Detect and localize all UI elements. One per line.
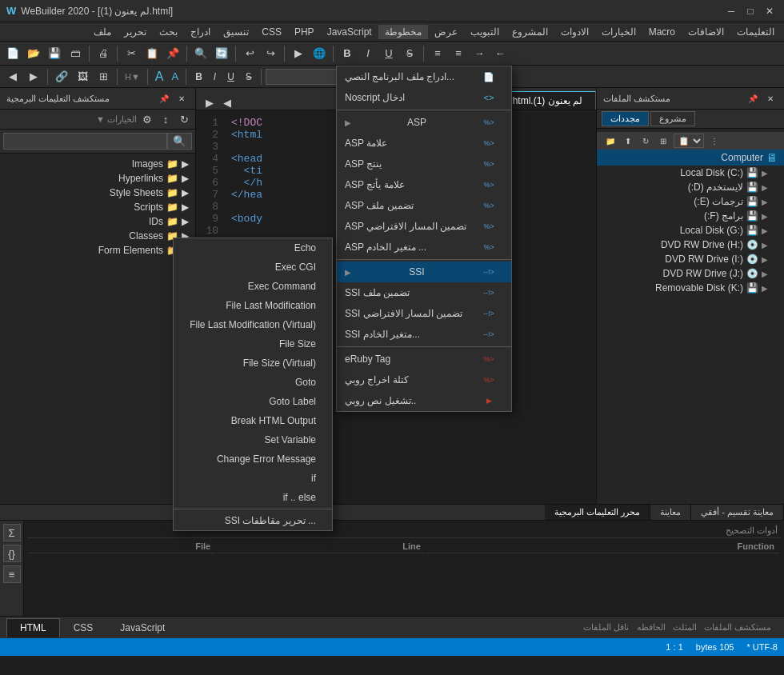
menu-item-css[interactable]: CSS xyxy=(255,25,288,39)
indent-button[interactable]: → xyxy=(470,44,489,63)
menu-item-js[interactable]: JavaScript xyxy=(321,25,378,39)
menu-item-tahreer[interactable]: تحرير xyxy=(118,25,153,39)
menu-item-ard[interactable]: عرض xyxy=(428,25,464,39)
menu-ssi-include-virtual[interactable]: <!-- تضمين المسار الافتراضي SSI xyxy=(337,303,511,324)
table-button[interactable]: ⊞ xyxy=(94,67,113,86)
save-all-button[interactable]: 🗃 xyxy=(66,44,85,63)
outdent-button[interactable]: ← xyxy=(490,44,510,63)
ssi-file-last-mod-virtual[interactable]: File Last Modification (Virtual) xyxy=(174,315,332,334)
tree-search-input[interactable] xyxy=(3,133,167,150)
browser-refresh[interactable]: ↻ xyxy=(638,134,653,148)
tree-search-button[interactable]: 🔍 xyxy=(167,133,192,150)
menu-item-taleemat[interactable]: التعليمات xyxy=(730,25,781,39)
search-button[interactable]: 🔍 xyxy=(191,44,210,63)
prev-tab-button[interactable]: ◀ xyxy=(220,95,234,110)
browser-item-g[interactable]: ▶ 💾 Local Disk (G:) xyxy=(597,223,784,238)
close-button[interactable]: ✕ xyxy=(762,3,778,19)
menu-item-macro[interactable]: Macro xyxy=(642,25,682,39)
browser-new-folder[interactable]: 📁 xyxy=(603,134,618,148)
menu-item-idafat[interactable]: الاضافات xyxy=(682,25,730,39)
menu-item-bahth[interactable]: بحث xyxy=(153,25,184,39)
font-size-up[interactable]: A xyxy=(152,70,167,84)
tree-item-scripts[interactable]: ▶ 📁 Scripts xyxy=(0,200,195,214)
minimize-button[interactable]: ─ xyxy=(723,3,739,19)
image-button[interactable]: 🖼 xyxy=(73,67,92,86)
menu-eruby-tag[interactable]: <% eRuby Tag xyxy=(337,349,511,369)
font-bold[interactable]: B xyxy=(190,71,207,82)
tree-settings-button[interactable]: ⚙ xyxy=(139,111,155,127)
redo-button[interactable]: ↪ xyxy=(261,44,280,63)
back-button[interactable]: ◀ xyxy=(3,67,22,86)
lang-tab-javascript[interactable]: JavaScript xyxy=(106,618,178,637)
font-strike[interactable]: S̶ xyxy=(241,71,257,82)
menu-item-adawat[interactable]: الادوات xyxy=(554,25,595,39)
sort-tree-button[interactable]: ↕ xyxy=(158,111,174,127)
print-button[interactable]: 🖨 xyxy=(94,44,113,63)
align-center[interactable]: ≡ xyxy=(449,44,468,63)
rp-tab-project[interactable]: مشروع xyxy=(650,111,695,126)
align-left[interactable]: ≡ xyxy=(428,44,447,63)
menu-item-khyarat[interactable]: الخيارات xyxy=(595,25,642,39)
underline-button[interactable]: U xyxy=(379,44,398,63)
new-button[interactable]: 📄 xyxy=(3,44,22,63)
open-button[interactable]: 📂 xyxy=(24,44,43,63)
browser-item-i[interactable]: ▶ 💿 DVD RW Drive (I:) xyxy=(597,252,784,266)
ssi-edit-snippets[interactable]: ... تحرير مقاطفات SSI xyxy=(174,511,332,530)
menu-asp-output[interactable]: <% ينتج ASP xyxy=(337,154,511,174)
replace-button[interactable]: 🔄 xyxy=(212,44,231,63)
menu-ruby-output[interactable]: <% كتلة اخراج روبي xyxy=(337,369,511,390)
menu-insert-script-file[interactable]: 📄 ...ادراج ملف البرنامج النصي xyxy=(337,66,511,87)
browser-item-j[interactable]: ▶ 💿 DVD RW Drive (J:) xyxy=(597,266,784,281)
menu-asp-include-file[interactable]: <% تضمين ملف ASP xyxy=(337,195,511,216)
menu-item-php[interactable]: PHP xyxy=(288,25,321,39)
run-button[interactable]: ▶ xyxy=(289,44,308,63)
maximize-button[interactable]: □ xyxy=(742,3,758,19)
font-underline[interactable]: U xyxy=(222,71,239,82)
menu-ssi-include-file[interactable]: <!-- تضمين ملف SSI xyxy=(337,282,511,303)
tree-item-hyperlinks[interactable]: ▶ 📁 Hyperlinks xyxy=(0,171,195,186)
bottom-tab-split[interactable]: معاينة تقسيم - أفقي xyxy=(691,505,784,520)
menu-item-idraj[interactable]: ادراج xyxy=(184,25,217,39)
bottom-tab-code[interactable]: محرر التعليمات البرمجية xyxy=(545,505,650,520)
ssi-set-variable[interactable]: Set Variable xyxy=(174,430,332,449)
ssi-echo[interactable]: Echo xyxy=(174,238,332,258)
menu-item-mashrou[interactable]: المشروع xyxy=(506,25,554,39)
browser-up[interactable]: ⬆ xyxy=(621,134,635,148)
cut-button[interactable]: ✂ xyxy=(122,44,141,63)
bottom-tab-preview[interactable]: معاينة xyxy=(650,505,691,520)
ssi-file-size[interactable]: File Size xyxy=(174,334,332,353)
font-italic[interactable]: I xyxy=(209,71,221,82)
tree-item-classes[interactable]: ▶ 📁 Classes xyxy=(0,229,195,243)
browser-item-c[interactable]: ▶ 💾 Local Disk (C:) xyxy=(597,166,784,180)
ssi-goto[interactable]: Goto xyxy=(174,373,332,392)
ssi-change-error[interactable]: Change Error Message xyxy=(174,449,332,469)
lang-tab-html[interactable]: HTML xyxy=(6,618,60,637)
refresh-tree-button[interactable]: ↻ xyxy=(176,111,192,127)
tool-btn-3[interactable]: ≡ xyxy=(3,565,21,583)
menu-item-tanseeq[interactable]: تنسيق xyxy=(217,25,255,39)
menu-ssi-server-var[interactable]: <!-- ...متغير الخادم SSI xyxy=(337,324,511,345)
tool-btn-2[interactable]: {} xyxy=(3,545,21,562)
menu-asp-include-virtual[interactable]: <% تضمين المسار الافتراضي ASP xyxy=(337,216,511,237)
menu-asp-tag[interactable]: <% علامة ASP xyxy=(337,133,511,154)
ssi-if-else[interactable]: if .. else xyxy=(174,488,332,507)
panel-pin-button[interactable]: 📌 xyxy=(157,91,171,106)
menu-asp-tag2[interactable]: <% علامة يأتج ASP xyxy=(337,174,511,195)
ssi-break-html[interactable]: Break HTML Output xyxy=(174,411,332,430)
bold-button[interactable]: B xyxy=(338,44,357,63)
ssi-file-last-mod[interactable]: File Last Modification xyxy=(174,296,332,315)
forward-button[interactable]: ▶ xyxy=(24,67,43,86)
menu-ssi[interactable]: <!-- SSI ▶ xyxy=(337,262,511,282)
ssi-exec-cgi[interactable]: Exec CGI xyxy=(174,258,332,277)
menu-ruby-run[interactable]: ▶ ..تشغيل نص روبي xyxy=(337,390,511,411)
browser-view-select[interactable]: 📋 xyxy=(674,134,704,148)
menu-insert-noscript[interactable]: <> ادخال Noscript xyxy=(337,87,511,108)
browser-item-f[interactable]: ▶ 💾 برامج (F:) xyxy=(597,209,784,223)
browser-item-computer[interactable]: 🖥 Computer xyxy=(597,150,784,166)
menu-item-file[interactable]: ملف xyxy=(87,25,118,39)
menu-asp[interactable]: <% ASP ▶ xyxy=(337,112,511,133)
tree-item-form-elements[interactable]: ▶ 📁 Form Elements xyxy=(0,243,195,258)
menu-item-tabweeb[interactable]: التبويب xyxy=(464,25,506,39)
rp-tab-folders[interactable]: مجددات xyxy=(602,111,649,126)
browser-item-h[interactable]: ▶ 💿 DVD RW Drive (H:) xyxy=(597,238,784,252)
